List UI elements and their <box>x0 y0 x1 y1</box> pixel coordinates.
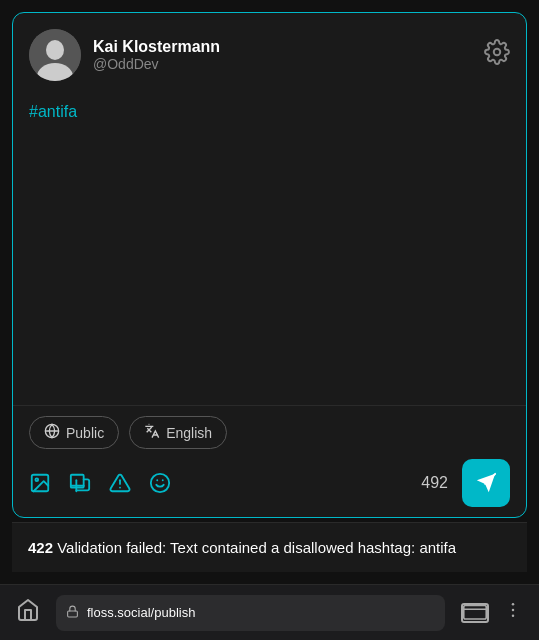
toolbar-icons <box>29 472 171 494</box>
error-message: Validation failed: Text contained a disa… <box>57 539 456 556</box>
attachment-icon[interactable] <box>69 472 91 494</box>
svg-rect-17 <box>464 605 487 619</box>
compose-bottom: Public E <box>13 405 526 517</box>
user-row: Kai Klostermann @OddDev <box>29 29 510 81</box>
emoji-icon[interactable] <box>149 472 171 494</box>
svg-point-13 <box>151 474 169 492</box>
svg-point-19 <box>512 603 515 606</box>
svg-rect-16 <box>68 610 78 616</box>
error-banner: 422 Validation failed: Text contained a … <box>12 522 527 572</box>
language-label: English <box>166 425 212 441</box>
send-button[interactable] <box>462 459 510 507</box>
svg-point-20 <box>512 609 515 612</box>
language-icon <box>144 423 160 442</box>
phone-frame: Kai Klostermann @OddDev #antifa <box>0 0 539 640</box>
language-pill[interactable]: English <box>129 416 227 449</box>
svg-point-1 <box>46 40 64 60</box>
warning-icon[interactable] <box>109 472 131 494</box>
more-menu-icon[interactable] <box>503 600 523 625</box>
lock-icon <box>66 604 79 622</box>
avatar <box>29 29 81 81</box>
display-name: Kai Klostermann <box>93 38 220 56</box>
pills-row: Public E <box>29 416 510 449</box>
visibility-label: Public <box>66 425 104 441</box>
url-bar[interactable]: floss.social/publish <box>56 595 445 631</box>
char-count: 492 <box>421 474 448 492</box>
svg-point-3 <box>494 49 501 56</box>
image-icon[interactable] <box>29 472 51 494</box>
bottom-bar: floss.social/publish <box>0 584 539 640</box>
hashtag-text: #antifa <box>29 103 77 120</box>
compose-card: Kai Klostermann @OddDev #antifa <box>12 12 527 518</box>
compose-top: Kai Klostermann @OddDev #antifa <box>13 13 526 405</box>
visibility-icon <box>44 423 60 442</box>
svg-point-21 <box>512 615 515 618</box>
user-info: Kai Klostermann @OddDev <box>29 29 220 81</box>
main-content: Kai Klostermann @OddDev #antifa <box>0 0 539 584</box>
tv-icon[interactable] <box>461 603 489 623</box>
error-text: 422 Validation failed: Text contained a … <box>28 539 456 556</box>
user-names: Kai Klostermann @OddDev <box>93 38 220 72</box>
error-code: 422 <box>28 539 53 556</box>
user-handle: @OddDev <box>93 56 220 72</box>
visibility-pill[interactable]: Public <box>29 416 119 449</box>
bottom-bar-actions <box>461 600 523 625</box>
compose-text-area[interactable]: #antifa <box>29 93 510 389</box>
url-text: floss.social/publish <box>87 605 435 620</box>
svg-point-7 <box>35 478 38 481</box>
toolbar-row: 492 <box>29 459 510 507</box>
home-icon[interactable] <box>16 598 40 628</box>
settings-icon[interactable] <box>484 39 510 71</box>
